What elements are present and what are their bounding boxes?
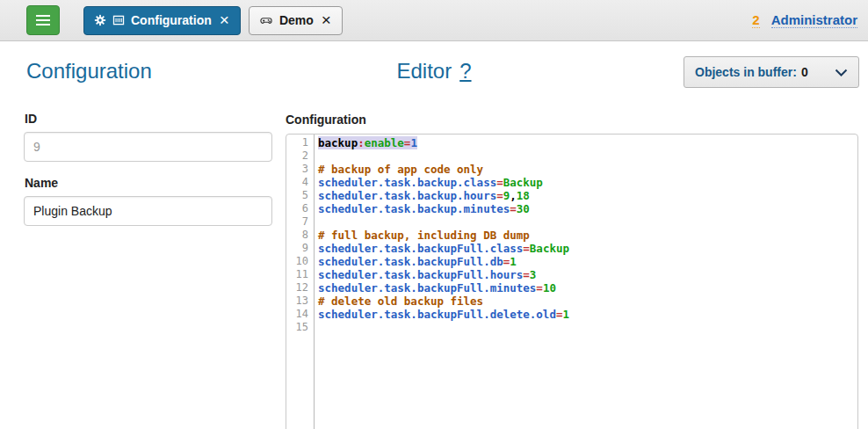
code-line: # backup of app code only [318, 163, 857, 176]
administrator-link[interactable]: Administrator [771, 12, 857, 28]
tab-close-icon[interactable]: × [321, 14, 332, 26]
line-number: 14 [286, 308, 308, 321]
tab-demo[interactable]: Demo× [249, 6, 343, 35]
name-label: Name [25, 176, 58, 190]
help-link[interactable]: ? [459, 59, 471, 83]
buffer-count: 0 [801, 65, 808, 79]
objects-in-buffer-dropdown[interactable]: Objects in buffer: 0 [684, 56, 859, 88]
main-content: Configuration Editor? Objects in buffer:… [0, 41, 868, 429]
tab-bar: Configuration×Demo× [83, 6, 343, 35]
hamburger-icon [36, 19, 50, 21]
code-line: scheduler.task.backup.hours=9,18 [318, 189, 857, 202]
configuration-label: Configuration [286, 113, 366, 127]
line-number: 8 [286, 229, 308, 242]
line-number: 15 [286, 321, 308, 334]
gear-icon [94, 14, 106, 26]
code-line: scheduler.task.backupFull.class=Backup [318, 242, 857, 255]
line-number: 7 [286, 215, 308, 229]
line-number: 11 [286, 268, 308, 281]
line-number: 2 [286, 149, 308, 163]
code-line: scheduler.task.backup.minutes=30 [318, 202, 857, 215]
user-area: 2 Administrator [752, 12, 857, 28]
tab-configuration[interactable]: Configuration× [83, 6, 241, 35]
code-line: backup:enable=1 [318, 136, 857, 149]
notification-count-link[interactable]: 2 [752, 12, 759, 28]
line-number: 6 [286, 202, 308, 215]
code-line: scheduler.task.backupFull.db=1 [318, 255, 857, 268]
code-line: scheduler.task.backupFull.minutes=10 [318, 281, 857, 294]
editor-code[interactable]: backup:enable=1# backup of app code only… [315, 135, 857, 429]
topbar: Configuration×Demo× 2 Administrator [0, 0, 868, 41]
selected-text: backup:enable=1 [318, 136, 417, 149]
menu-button[interactable] [26, 5, 60, 35]
line-number: 10 [286, 255, 308, 268]
tab-label: Demo [279, 13, 314, 27]
line-number: 5 [286, 189, 308, 202]
line-number: 4 [286, 176, 308, 189]
code-line: # delete old backup files [318, 294, 857, 308]
editor-gutter: 123456789101112131415 [286, 135, 315, 429]
tab-close-icon[interactable]: × [219, 14, 230, 26]
gamepad-icon [259, 14, 273, 27]
chevron-down-icon [835, 69, 848, 76]
line-number: 9 [286, 242, 308, 255]
configuration-code-editor[interactable]: 123456789101112131415 backup:enable=1# b… [286, 134, 858, 429]
panel-icon [112, 14, 125, 26]
tab-label: Configuration [131, 13, 212, 27]
code-line: # full backup, including DB dump [318, 229, 857, 242]
id-field[interactable] [24, 132, 272, 162]
code-line: scheduler.task.backup.class=Backup [318, 176, 857, 189]
line-number: 13 [286, 294, 308, 308]
id-label: ID [25, 112, 37, 126]
editor-title-text: Editor [396, 59, 452, 83]
code-line: scheduler.task.backupFull.hours=3 [318, 268, 857, 281]
code-line [318, 215, 857, 229]
line-number: 12 [286, 281, 308, 294]
buffer-label: Objects in buffer: [695, 65, 797, 79]
line-number: 1 [286, 136, 308, 149]
line-number: 3 [286, 163, 308, 176]
code-line [318, 321, 857, 334]
name-field[interactable] [24, 196, 272, 226]
code-line [318, 149, 857, 163]
code-line: scheduler.task.backupFull.delete.old=1 [318, 308, 857, 321]
